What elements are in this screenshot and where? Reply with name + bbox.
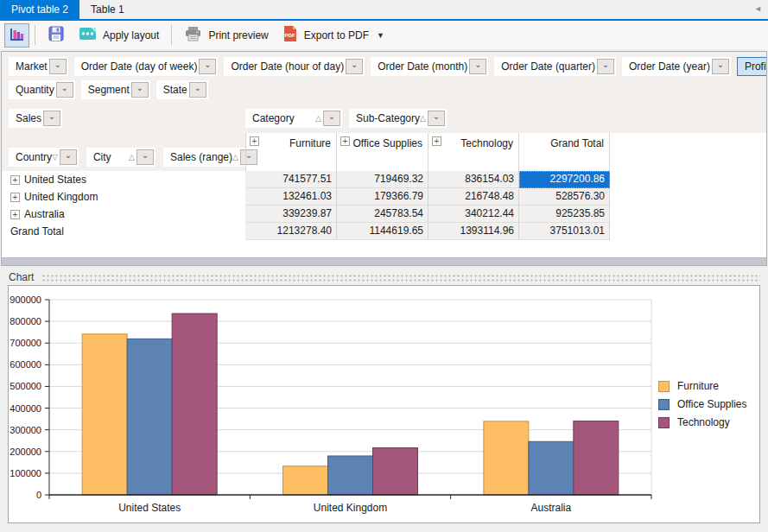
pivot-grid-panel: Market⌄ Order Date (day of week)⌄ Order … [1, 51, 767, 266]
value-cell[interactable]: 719469.32 [337, 171, 428, 188]
filter-field-order-date-hour-of-day[interactable]: Order Date (hour of day)⌄ [224, 57, 365, 76]
filter-field-order-date-quarter[interactable]: Order Date (quarter)⌄ [494, 57, 616, 76]
value-cell[interactable]: 1144619.65 [337, 223, 428, 240]
legend-item: Technology [658, 416, 747, 428]
dropdown-icon[interactable]: ⌄ [43, 111, 60, 126]
y-tick-label: 200000 [10, 446, 41, 457]
x-axis-label: Australia [530, 502, 571, 514]
dropdown-icon[interactable]: ⌄ [346, 59, 363, 74]
expand-icon[interactable]: + [432, 136, 441, 146]
row-header-grand-total[interactable]: Grand Total [2, 223, 245, 240]
save-button[interactable] [41, 23, 72, 48]
column-header-furniture[interactable]: +Furniture [245, 133, 337, 171]
selected-value-cell[interactable]: 2297200.86 [519, 171, 610, 188]
dropdown-icon[interactable]: ⌄ [597, 59, 614, 74]
row-field-city[interactable]: City△⌄ [86, 148, 156, 167]
expand-icon[interactable]: + [10, 193, 20, 202]
expand-icon[interactable]: + [250, 136, 259, 146]
print-preview-button[interactable]: Print preview [177, 23, 275, 48]
horizontal-scrollbar[interactable] [2, 257, 766, 265]
y-tick-label: 700000 [10, 338, 41, 348]
dropdown-icon[interactable]: ⌄ [428, 111, 445, 126]
legend-swatch [658, 417, 670, 428]
sort-ascending-icon: △ [420, 114, 426, 123]
chart-caption-row: Chart [9, 271, 760, 283]
filter-field-order-date-month[interactable]: Order Date (month)⌄ [371, 57, 488, 76]
chart-caption: Chart [9, 271, 34, 283]
tab-pivot-table-2[interactable]: Pivot table 2 [0, 0, 79, 19]
value-cell[interactable]: 340212.44 [428, 206, 519, 223]
value-cell[interactable]: 528576.30 [519, 188, 610, 206]
y-tick-label: 0 [36, 490, 41, 500]
fields-row: Sales⌄ Category△⌄ Sub-Category△⌄ [9, 109, 759, 130]
dropdown-icon[interactable]: ⌄ [323, 111, 340, 126]
row-header-label: Grand Total [10, 225, 64, 238]
filter-field-state[interactable]: State⌄ [156, 80, 208, 99]
table-row: Grand Total1213278.401144619.651393114.9… [2, 223, 766, 240]
filter-field-profit[interactable]: Profit⌄ [737, 57, 767, 76]
tab-scroll-left-icon[interactable]: ◄ [754, 5, 762, 13]
column-header-technology[interactable]: +Technology [428, 133, 519, 171]
field-label: Order Date (day of week) [81, 60, 198, 73]
expand-icon[interactable]: + [10, 210, 20, 219]
legend-label: Office Supplies [677, 398, 747, 410]
expand-icon[interactable]: + [10, 175, 20, 185]
data-field-sales[interactable]: Sales⌄ [9, 109, 62, 128]
field-label: Category [252, 112, 295, 124]
dropdown-icon[interactable]: ⌄ [56, 82, 73, 98]
bar-furniture-united-kingdom [283, 466, 328, 495]
value-cell[interactable]: 3751013.01 [519, 223, 610, 240]
expand-icon[interactable]: + [340, 136, 350, 146]
column-header-office-supplies[interactable]: +Office Supplies [337, 133, 428, 171]
filter-area: Market⌄ Order Date (day of week)⌄ Order … [2, 52, 766, 133]
dropdown-icon[interactable]: ⌄ [131, 82, 149, 98]
dropdown-icon[interactable]: ⌄ [49, 59, 67, 74]
toggle-chart-button[interactable] [4, 23, 29, 48]
table-row: +Australia339239.87245783.54340212.44925… [2, 206, 766, 223]
export-pdf-button[interactable]: PDF Export to PDF ▼ [276, 23, 391, 48]
value-cell[interactable]: 925235.85 [519, 206, 610, 223]
tab-label: Table 1 [91, 3, 124, 16]
dropdown-icon[interactable]: ⌄ [199, 59, 216, 74]
value-cell[interactable]: 1393114.96 [428, 223, 519, 240]
dropdown-icon[interactable]: ⌄ [189, 82, 206, 98]
tab-table-1[interactable]: Table 1 [79, 0, 136, 19]
row-header-australia[interactable]: +Australia [2, 206, 245, 223]
y-tick-label: 800000 [10, 316, 41, 326]
value-cell[interactable]: 339239.87 [245, 206, 337, 223]
dropdown-icon[interactable]: ⌄ [712, 59, 729, 74]
column-field-sub-category[interactable]: Sub-Category△⌄ [349, 109, 447, 128]
table-row: +United Kingdom132461.03179366.79216748.… [2, 188, 766, 206]
row-field-country[interactable]: Country▽⌄ [9, 148, 79, 167]
value-cell[interactable]: 1213278.40 [245, 223, 337, 240]
filter-field-market[interactable]: Market⌄ [9, 57, 68, 76]
splitter-grip[interactable] [41, 274, 760, 282]
field-label: Order Date (hour of day) [231, 60, 344, 73]
row-header-united-kingdom[interactable]: +United Kingdom [2, 188, 245, 206]
dropdown-icon[interactable]: ⌄ [469, 59, 486, 74]
row-header-united-states[interactable]: +United States [2, 171, 245, 188]
sort-ascending-icon: △ [129, 153, 135, 162]
column-field-category[interactable]: Category△⌄ [245, 109, 342, 128]
value-cell[interactable]: 245783.54 [337, 206, 428, 223]
filter-field-segment[interactable]: Segment⌄ [81, 80, 150, 99]
value-cell[interactable]: 132461.03 [245, 188, 337, 206]
value-cell[interactable]: 216748.48 [428, 188, 519, 206]
column-header-grand-total[interactable]: Grand Total [519, 133, 610, 171]
row-header-label: United Kingdom [24, 191, 98, 203]
filter-field-order-date-day-of-week[interactable]: Order Date (day of week)⌄ [74, 57, 219, 76]
y-tick-label: 600000 [10, 359, 41, 370]
filter-field-quantity[interactable]: Quantity⌄ [9, 80, 75, 99]
value-cell[interactable]: 741577.51 [245, 171, 337, 188]
sort-ascending-icon: △ [232, 153, 238, 162]
apply-layout-icon [79, 26, 97, 44]
value-cell[interactable]: 179366.79 [337, 188, 428, 206]
save-icon [48, 25, 65, 45]
filter-field-order-date-year[interactable]: Order Date (year)⌄ [622, 57, 731, 76]
value-cell[interactable]: 836154.03 [428, 171, 519, 188]
dropdown-icon[interactable]: ⌄ [136, 149, 154, 165]
legend-swatch [658, 399, 670, 410]
sort-descending-icon: ▽ [52, 153, 58, 162]
dropdown-icon[interactable]: ⌄ [60, 149, 77, 165]
apply-layout-button[interactable]: Apply layout [72, 23, 166, 48]
